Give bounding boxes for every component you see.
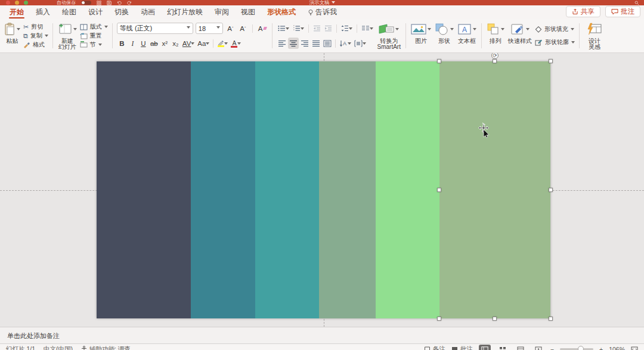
increase-indent-button[interactable]: [323, 23, 333, 34]
title-chevron-icon[interactable]: [332, 1, 335, 5]
quick-styles-button[interactable]: 快速样式: [506, 20, 534, 51]
textbox-button[interactable]: A 文本框: [456, 20, 478, 51]
format-painter-button[interactable]: 格式: [23, 40, 48, 49]
distribute-text-button[interactable]: [322, 38, 333, 49]
text-direction-button[interactable]: A: [338, 38, 352, 49]
bullets-button[interactable]: [277, 23, 290, 34]
editing-workspace[interactable]: ⟳: [0, 53, 644, 327]
character-spacing-button[interactable]: AV: [181, 38, 196, 49]
bold-button[interactable]: B: [117, 38, 127, 49]
line-spacing-icon: [341, 25, 349, 32]
normal-view-button[interactable]: [479, 345, 491, 350]
grow-font-button[interactable]: Aˆ: [225, 23, 236, 34]
move-cursor: [477, 122, 490, 138]
columns-button[interactable]: [360, 23, 374, 34]
search-icon[interactable]: [634, 1, 639, 5]
tab-insert[interactable]: 插入: [30, 5, 56, 19]
align-text-button[interactable]: [353, 38, 367, 49]
section-button[interactable]: 节: [80, 40, 108, 49]
group-divider: [481, 23, 482, 48]
underline-button[interactable]: U: [138, 38, 148, 49]
slide-canvas[interactable]: ⟳: [97, 61, 550, 318]
color-stripe-4[interactable]: [319, 61, 376, 318]
design-ideas-button[interactable]: 设计 灵感: [585, 20, 604, 51]
textbox-icon: A: [457, 23, 472, 35]
notes-toggle[interactable]: 备注: [424, 345, 445, 350]
control-divider: [336, 24, 337, 33]
text-direction-icon: A: [339, 40, 348, 47]
shape-outline-button[interactable]: 形状轮廓: [535, 38, 575, 47]
color-stripe-3[interactable]: [255, 61, 319, 318]
align-center-button[interactable]: [288, 38, 299, 49]
comments-toggle[interactable]: 批注: [451, 345, 473, 350]
color-stripe-6[interactable]: [439, 61, 550, 318]
color-stripe-5[interactable]: [376, 61, 439, 318]
tab-tell-me[interactable]: 告诉我: [302, 5, 343, 19]
tab-view[interactable]: 视图: [235, 5, 261, 19]
arrange-button[interactable]: 排列: [485, 20, 506, 51]
strikethrough-button[interactable]: ab: [149, 38, 159, 49]
subscript-button[interactable]: x₂: [171, 38, 181, 49]
chevron-down-icon: [571, 28, 574, 32]
cut-button[interactable]: ✂ 剪切: [23, 23, 48, 32]
change-case-button[interactable]: Aa: [196, 38, 210, 49]
tab-shape-format[interactable]: 形状格式: [261, 5, 302, 19]
language-indicator[interactable]: 中文(中国): [44, 345, 73, 350]
color-stripe-2[interactable]: [191, 61, 255, 318]
numbering-button[interactable]: [292, 23, 305, 34]
picture-button[interactable]: 图片: [409, 20, 433, 51]
tab-slideshow[interactable]: 幻灯片放映: [161, 5, 209, 19]
shapes-button[interactable]: 形状: [433, 20, 456, 51]
reset-button[interactable]: 重置: [80, 32, 108, 41]
justify-button[interactable]: [311, 38, 321, 49]
tab-design[interactable]: 设计: [82, 5, 109, 19]
tab-home[interactable]: 开始: [4, 5, 30, 19]
comments-button[interactable]: 批注: [605, 6, 640, 17]
reading-view-button[interactable]: [515, 345, 527, 350]
bullets-icon: [278, 25, 286, 32]
align-left-button[interactable]: [277, 38, 287, 49]
zoom-level[interactable]: 106%: [609, 346, 625, 350]
group-divider: [272, 23, 273, 48]
tab-transitions[interactable]: 切换: [109, 5, 135, 19]
font-family-select[interactable]: 等线 (正文): [117, 23, 193, 34]
accessibility-status[interactable]: 辅助功能: 调查: [81, 345, 131, 350]
zoom-in-button[interactable]: +: [599, 346, 603, 350]
control-divider: [213, 39, 213, 48]
color-stripe-1[interactable]: [97, 61, 191, 318]
tab-draw[interactable]: 绘图: [56, 5, 82, 19]
layout-button[interactable]: 版式: [80, 23, 108, 32]
clear-formatting-button[interactable]: A: [257, 23, 268, 34]
tab-animations[interactable]: 动画: [135, 5, 161, 19]
fit-slide-icon[interactable]: [631, 346, 638, 350]
decrease-indent-button[interactable]: [312, 23, 322, 34]
quick-styles-icon: [510, 23, 525, 35]
new-slide-button[interactable]: 新建 幻灯片: [56, 20, 79, 51]
control-divider: [357, 24, 357, 33]
share-icon: [572, 8, 578, 15]
shape-fill-button[interactable]: 形状填充: [535, 25, 575, 34]
chevron-down-icon: [224, 42, 228, 47]
copy-icon: ⧉: [23, 32, 28, 40]
align-right-button[interactable]: [299, 38, 310, 49]
rotation-handle[interactable]: ⟳: [491, 53, 499, 59]
shrink-font-button[interactable]: Aˇ: [238, 23, 248, 34]
copy-button[interactable]: ⧉ 复制: [23, 32, 48, 41]
notes-panel[interactable]: 单击此处添加备注: [0, 327, 644, 343]
convert-to-smartart-button[interactable]: 转换为 SmartArt: [376, 20, 402, 51]
highlight-color-button[interactable]: [216, 38, 229, 49]
superscript-button[interactable]: x²: [160, 38, 170, 49]
share-button[interactable]: 共享: [566, 6, 600, 17]
chevron-down-icon: [395, 28, 399, 32]
paste-button[interactable]: 粘贴: [2, 20, 22, 51]
slide-sorter-view-button[interactable]: [497, 345, 509, 350]
tab-review[interactable]: 审阅: [209, 5, 235, 19]
align-text-icon: [354, 40, 363, 47]
slideshow-view-button[interactable]: [532, 345, 544, 350]
zoom-slider-knob[interactable]: [578, 346, 584, 350]
italic-button[interactable]: I: [128, 38, 138, 49]
font-size-select[interactable]: 18: [196, 23, 223, 34]
line-spacing-button[interactable]: [340, 23, 354, 34]
zoom-out-button[interactable]: −: [550, 346, 554, 350]
font-color-button[interactable]: A: [230, 38, 242, 49]
